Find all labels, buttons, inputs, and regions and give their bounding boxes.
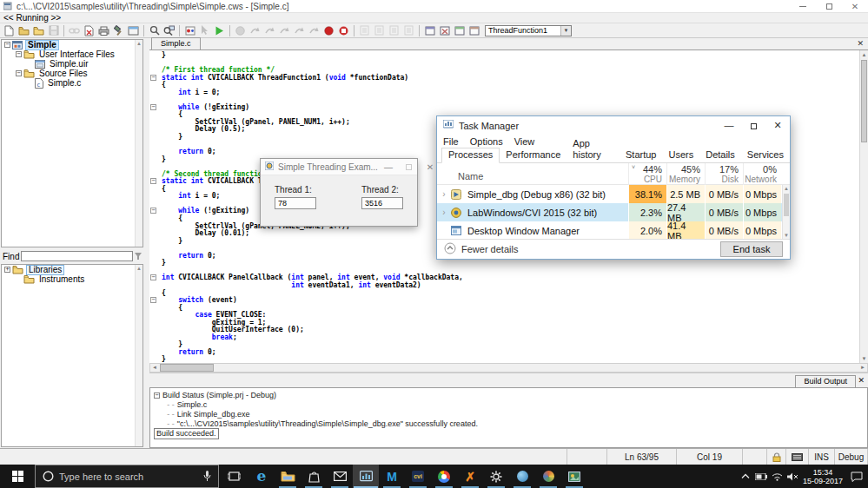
tree-scrollbar[interactable]: ▲ bbox=[135, 265, 142, 446]
library-tree-item[interactable]: +Libraries bbox=[2, 265, 142, 274]
process-row[interactable]: Desktop Window Manager2.0%41.4 MB0 MB/s0… bbox=[437, 221, 790, 240]
battery-icon[interactable] bbox=[753, 473, 769, 480]
terminate-execution-icon[interactable] bbox=[336, 24, 351, 37]
tm-tab-performance[interactable]: Performance bbox=[500, 148, 567, 162]
store-taskbar-icon[interactable] bbox=[301, 465, 327, 488]
hidden-icons-chevron[interactable] bbox=[738, 473, 753, 479]
volume-muted-icon[interactable] bbox=[785, 472, 800, 481]
window-c-icon[interactable] bbox=[467, 24, 481, 37]
chrome-taskbar-icon[interactable] bbox=[431, 465, 457, 488]
fold-collapse-icon[interactable]: − bbox=[150, 274, 156, 280]
column-header-name[interactable]: Name bbox=[458, 171, 483, 181]
action-center-icon[interactable] bbox=[845, 472, 868, 482]
scroll-up-icon[interactable]: ▲ bbox=[860, 50, 868, 59]
open-file-icon[interactable] bbox=[31, 24, 46, 37]
settings-taskbar-icon[interactable] bbox=[483, 465, 509, 488]
taskbar-clock[interactable]: 15:34 15-09-2017 bbox=[800, 468, 845, 485]
tm-scrollbar[interactable]: ▲ ▼ bbox=[782, 185, 790, 240]
start-button[interactable] bbox=[0, 465, 35, 488]
hscroll-thumb[interactable] bbox=[160, 364, 214, 372]
build-output-close-icon[interactable]: ✕ bbox=[858, 376, 865, 385]
tm-tab-startup[interactable]: Startup bbox=[620, 148, 662, 162]
collapse-icon[interactable]: − bbox=[4, 42, 10, 48]
task-view-icon[interactable] bbox=[219, 465, 248, 488]
tm-tab-processes[interactable]: Processes bbox=[441, 148, 500, 163]
tm-close-icon[interactable]: ✕ bbox=[765, 116, 790, 135]
fewer-details-icon[interactable] bbox=[444, 242, 456, 256]
thread-dialog-titlebar[interactable]: Simple Threading Exam... — ✕ bbox=[261, 159, 417, 175]
thread2-value[interactable] bbox=[361, 197, 403, 209]
process-row[interactable]: ›LabWindows/CVI 2015 (32 bit)2.3%27.4 MB… bbox=[437, 203, 790, 221]
build-icon[interactable] bbox=[111, 24, 126, 37]
dlg-close-icon[interactable]: ✕ bbox=[420, 159, 441, 175]
expand-icon[interactable]: + bbox=[4, 267, 10, 273]
tm-menu-options[interactable]: Options bbox=[470, 136, 503, 147]
tm-maximize-icon[interactable] bbox=[741, 116, 765, 135]
project-tree-item[interactable]: −Source Files bbox=[2, 69, 142, 78]
exclude-file-icon[interactable] bbox=[82, 24, 96, 37]
app-2-taskbar-icon[interactable] bbox=[535, 465, 561, 488]
explorer-taskbar-icon[interactable] bbox=[275, 465, 301, 488]
microphone-icon[interactable] bbox=[203, 471, 211, 482]
restore-icon[interactable] bbox=[816, 0, 842, 13]
column-header-disk[interactable]: 17%Disk bbox=[705, 163, 743, 185]
tm-tab-details[interactable]: Details bbox=[699, 148, 741, 162]
tree-scroll-up-icon[interactable]: ▲ bbox=[136, 40, 142, 48]
process-row[interactable]: ›Simple_dbg (Debug x86) (32 bit)38.1%2.5… bbox=[437, 185, 790, 203]
scroll-down-icon[interactable]: ▼ bbox=[860, 354, 868, 363]
library-tree-item[interactable]: Instruments bbox=[2, 274, 142, 284]
fold-collapse-icon[interactable]: − bbox=[150, 75, 156, 81]
edit-uir-icon[interactable] bbox=[126, 24, 141, 37]
project-tree-item[interactable]: cSimple.c bbox=[2, 78, 142, 88]
tm-scroll-up-icon[interactable]: ▲ bbox=[783, 185, 790, 193]
tm-scroll-thumb[interactable] bbox=[784, 194, 789, 216]
close-icon[interactable]: ✕ bbox=[842, 0, 868, 13]
process-table-header[interactable]: Name44%CPU45%Memory17%Disk0%Network˅ bbox=[437, 163, 790, 185]
window-close-all-icon[interactable] bbox=[437, 24, 452, 37]
thread1-value[interactable] bbox=[275, 197, 316, 209]
wifi-icon[interactable] bbox=[769, 472, 785, 481]
minimize-icon[interactable] bbox=[790, 0, 816, 13]
editor-hscrollbar[interactable]: ◄ ► bbox=[149, 363, 868, 373]
fold-collapse-icon[interactable]: − bbox=[150, 104, 156, 110]
tree-scroll-up-icon[interactable]: ▲ bbox=[136, 265, 142, 273]
scroll-left-icon[interactable]: ◄ bbox=[150, 364, 159, 372]
breakpoints-icon[interactable] bbox=[182, 24, 197, 37]
tm-menu-file[interactable]: File bbox=[443, 136, 459, 147]
new-file-icon[interactable] bbox=[2, 24, 17, 37]
print-icon[interactable] bbox=[96, 24, 111, 37]
debug-run-icon[interactable] bbox=[212, 24, 227, 37]
editor-vscrollbar[interactable]: ▲ ▼ bbox=[859, 50, 868, 363]
project-tree-item[interactable]: −User Interface Files bbox=[2, 49, 142, 59]
tree-scrollbar[interactable]: ▲ bbox=[135, 40, 142, 247]
task-manager-taskbar-icon[interactable] bbox=[353, 465, 379, 488]
fold-collapse-icon[interactable]: − bbox=[150, 208, 156, 214]
expand-chevron-icon[interactable]: › bbox=[437, 208, 451, 217]
scroll-right-icon[interactable]: ► bbox=[858, 364, 867, 372]
window-a-icon[interactable] bbox=[422, 24, 437, 37]
thread-function-combo[interactable]: ThreadFunction1▼ bbox=[485, 25, 572, 36]
project-tree-item[interactable]: −Simple bbox=[2, 40, 142, 49]
taskbar-search[interactable]: Type here to search bbox=[35, 465, 219, 488]
break-execution-icon[interactable] bbox=[321, 24, 336, 37]
edge-taskbar-icon[interactable]: e bbox=[248, 465, 275, 488]
open-workspace-icon[interactable] bbox=[17, 24, 31, 37]
tm-tab-services[interactable]: Services bbox=[741, 148, 790, 162]
tm-tab-app-history[interactable]: App history bbox=[567, 137, 620, 162]
mail-taskbar-icon[interactable] bbox=[327, 465, 353, 488]
dlg-minimize-icon[interactable]: — bbox=[378, 159, 399, 175]
project-tree-item[interactable]: Simple.uir bbox=[2, 59, 142, 69]
end-task-button[interactable]: End task bbox=[720, 241, 783, 257]
malwarebytes-taskbar-icon[interactable]: M bbox=[379, 465, 405, 488]
column-header-network[interactable]: 0%Network bbox=[743, 163, 781, 185]
vscroll-thumb[interactable] bbox=[861, 60, 867, 142]
x-app-taskbar-icon[interactable]: ✗ bbox=[457, 465, 483, 488]
task-manager-titlebar[interactable]: Task Manager — ✕ bbox=[437, 116, 790, 135]
collapse-icon[interactable]: − bbox=[154, 392, 160, 399]
fold-collapse-icon[interactable]: − bbox=[150, 297, 156, 303]
app-1-taskbar-icon[interactable] bbox=[509, 465, 535, 488]
filter-icon[interactable] bbox=[135, 252, 142, 261]
tm-menu-view[interactable]: View bbox=[514, 136, 535, 147]
collapse-icon[interactable]: − bbox=[16, 70, 22, 76]
tab-close-icon[interactable]: ✕ bbox=[857, 38, 864, 49]
